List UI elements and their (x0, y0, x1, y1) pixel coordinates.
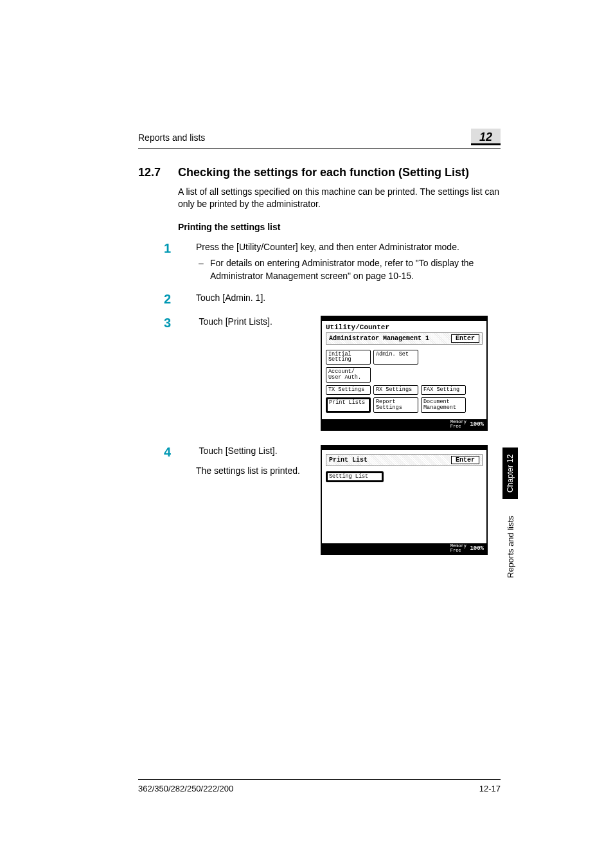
lcd1-subtitle: Administrator Management 1 (329, 335, 429, 342)
lcd-screenshot-printlist: Print List Enter Setting List Memory Fre… (321, 445, 488, 555)
step-1-text: Press the [Utility/Counter] key, and the… (196, 241, 501, 254)
step-number-4: 4 (164, 445, 196, 460)
lcd1-enter-button[interactable]: Enter (451, 334, 479, 343)
lcd2-setting-list-button[interactable]: Setting List (326, 471, 384, 482)
footer-page-number: 12-17 (479, 784, 501, 793)
step-number-3: 3 (164, 316, 196, 330)
lcd1-initial-setting-button[interactable]: Initial Setting (326, 350, 371, 365)
side-tab-chapter: Chapter 12 (502, 448, 518, 499)
lcd1-document-management-button[interactable]: Document Management (421, 397, 466, 413)
lcd-screenshot-admin: Utility/Counter Administrator Management… (321, 316, 488, 431)
header-rule (138, 148, 501, 149)
lcd2-memory-value: 100% (470, 545, 484, 552)
step-1-subtext: For details on entering Administrator mo… (196, 257, 501, 282)
side-tab-section: Reports and lists (502, 505, 518, 589)
lcd1-print-lists-button[interactable]: Print Lists (326, 397, 371, 413)
step-3-text: Touch [Print Lists]. (199, 316, 308, 329)
procedure-heading: Printing the settings list (178, 222, 501, 232)
running-title: Reports and lists (138, 132, 205, 143)
section-title: Checking the settings for each function … (178, 166, 469, 179)
lcd2-footer-label: Memory Free (450, 544, 466, 553)
lcd1-account-user-auth-button[interactable]: Account/ User Auth. (326, 367, 371, 383)
lcd1-rx-settings-button[interactable]: RX Settings (373, 385, 418, 395)
step-number-2: 2 (164, 292, 196, 307)
lcd1-fax-setting-button[interactable]: FAX Setting (421, 385, 466, 395)
lcd1-tx-settings-button[interactable]: TX Settings (326, 385, 371, 395)
lcd1-memory-value: 100% (470, 421, 484, 428)
lcd2-enter-button[interactable]: Enter (451, 456, 479, 464)
lcd1-report-settings-button[interactable]: Report Settings (373, 397, 418, 413)
step-4-text: Touch [Setting List]. (199, 445, 308, 458)
chapter-number: 12 (479, 131, 492, 143)
footer-model-numbers: 362/350/282/250/222/200 (138, 784, 233, 793)
chapter-chip: 12 (471, 129, 501, 145)
lcd1-title: Utility/Counter (322, 321, 486, 332)
lcd1-footer-label: Memory Free (450, 420, 466, 429)
lcd1-admin-set-button[interactable]: Admin. Set (373, 350, 418, 365)
section-intro: A list of all settings specified on this… (178, 186, 501, 210)
section-number: 12.7 (138, 166, 178, 179)
step-4-follow: The settings list is printed. (196, 465, 312, 478)
step-number-1: 1 (164, 241, 196, 283)
lcd2-title: Print List (329, 457, 368, 464)
step-2-text: Touch [Admin. 1]. (196, 292, 501, 307)
